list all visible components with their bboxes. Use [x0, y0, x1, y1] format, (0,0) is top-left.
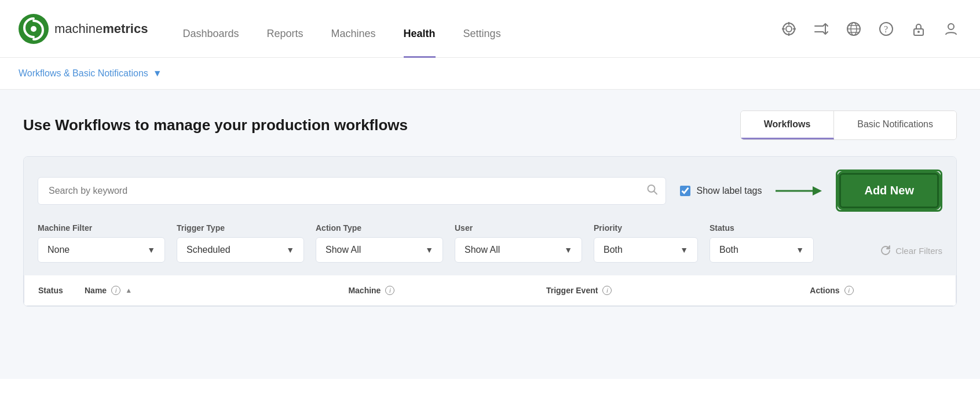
tab-basic-notifications[interactable]: Basic Notifications — [834, 111, 956, 139]
col-trigger: Trigger Event i — [546, 286, 810, 295]
tabs-container: Workflows Basic Notifications — [740, 110, 957, 140]
col-trigger-label: Trigger Event — [546, 286, 598, 295]
nav-item-settings[interactable]: Settings — [463, 28, 501, 58]
status-select[interactable]: Both ▼ — [710, 237, 814, 263]
search-input[interactable] — [38, 177, 666, 205]
status-label: Status — [710, 223, 814, 233]
svg-point-3 — [786, 26, 792, 32]
search-icon — [646, 183, 658, 198]
label-tags-checkbox[interactable] — [680, 186, 690, 196]
svg-point-17 — [948, 24, 954, 30]
show-label-tags[interactable]: Show label tags — [680, 186, 762, 196]
page-title: Use Workflows to manage your production … — [23, 116, 408, 134]
globe-icon[interactable] — [843, 19, 864, 39]
action-type-select[interactable]: Show All ▼ — [316, 237, 443, 263]
svg-line-19 — [654, 191, 657, 194]
content-header: Use Workflows to manage your production … — [23, 110, 957, 140]
search-row: Show label tags Add New — [38, 169, 942, 212]
filter-section: Show label tags Add New — [24, 157, 956, 275]
col-machine: Machine i — [348, 286, 546, 295]
clear-filters-label: Clear Filters — [895, 246, 942, 256]
svg-point-16 — [917, 31, 920, 33]
dropdowns-row: Machine Filter None ▼ Trigger Type Sched… — [38, 223, 942, 263]
priority-select[interactable]: Both ▼ — [594, 237, 698, 263]
top-navigation: machinemetrics Dashboards Reports Machin… — [0, 0, 980, 58]
table-header: Status Name i ▲ Machine i Trigger Event … — [24, 275, 956, 306]
status-group: Status Both ▼ — [710, 223, 814, 263]
priority-group: Priority Both ▼ — [594, 223, 698, 263]
status-chevron-icon: ▼ — [796, 245, 804, 255]
svg-marker-21 — [813, 186, 822, 196]
nav-item-dashboards[interactable]: Dashboards — [182, 28, 239, 58]
action-type-label: Action Type — [316, 223, 443, 233]
refresh-icon — [880, 245, 891, 256]
trigger-type-group: Trigger Type Scheduled ▼ — [177, 223, 304, 263]
col-actions: Actions i — [810, 286, 942, 295]
col-machine-label: Machine — [348, 286, 381, 295]
col-name-sort-icon[interactable]: ▲ — [125, 286, 132, 294]
user-label: User — [455, 223, 582, 233]
svg-point-1 — [31, 26, 36, 32]
priority-chevron-icon: ▼ — [680, 245, 688, 255]
logo-icon — [19, 14, 49, 44]
machine-filter-chevron-icon: ▼ — [147, 245, 155, 255]
target-icon[interactable] — [778, 19, 799, 39]
add-new-arrow-icon — [776, 183, 822, 199]
user-select[interactable]: Show All ▼ — [455, 237, 582, 263]
trigger-type-chevron-icon: ▼ — [286, 245, 294, 255]
machine-filter-value: None — [47, 245, 70, 255]
col-status: Status — [38, 286, 85, 295]
priority-label: Priority — [594, 223, 698, 233]
nav-item-machines[interactable]: Machines — [331, 28, 376, 58]
breadcrumb-bar: Workflows & Basic Notifications ▼ — [0, 58, 980, 90]
user-value: Show All — [465, 245, 500, 255]
breadcrumb-label: Workflows & Basic Notifications — [19, 68, 148, 79]
user-icon[interactable] — [941, 19, 961, 39]
nav-item-health[interactable]: Health — [404, 28, 436, 58]
action-type-value: Show All — [326, 245, 361, 255]
col-actions-label: Actions — [810, 286, 839, 295]
breadcrumb-chevron-icon: ▼ — [153, 68, 162, 79]
main-content: Use Workflows to manage your production … — [0, 90, 980, 379]
search-input-wrap — [38, 177, 666, 205]
clear-filters-button[interactable]: Clear Filters — [880, 245, 942, 263]
arrow-area: Add New — [776, 169, 942, 212]
col-actions-info-icon[interactable]: i — [844, 286, 854, 295]
add-new-button[interactable]: Add New — [839, 173, 939, 208]
label-tags-label: Show label tags — [696, 186, 762, 196]
action-type-group: Action Type Show All ▼ — [316, 223, 443, 263]
nav-item-reports[interactable]: Reports — [267, 28, 303, 58]
user-group: User Show All ▼ — [455, 223, 582, 263]
col-name-info-icon[interactable]: i — [111, 286, 120, 295]
machine-filter-label: Machine Filter — [38, 223, 165, 233]
machine-filter-group: Machine Filter None ▼ — [38, 223, 165, 263]
logo[interactable]: machinemetrics — [19, 14, 148, 44]
nav-links: Dashboards Reports Machines Health Setti… — [182, 0, 778, 57]
lock-icon[interactable] — [908, 19, 929, 39]
trigger-type-label: Trigger Type — [177, 223, 304, 233]
tab-workflows[interactable]: Workflows — [741, 111, 835, 139]
breadcrumb-link[interactable]: Workflows & Basic Notifications ▼ — [19, 68, 162, 79]
col-trigger-info-icon[interactable]: i — [602, 286, 612, 295]
trigger-type-select[interactable]: Scheduled ▼ — [177, 237, 304, 263]
col-machine-info-icon[interactable]: i — [385, 286, 394, 295]
action-type-chevron-icon: ▼ — [425, 245, 433, 255]
nav-icons: ? — [778, 19, 961, 39]
add-new-highlight: Add New — [836, 169, 942, 212]
col-name-label: Name — [85, 286, 107, 295]
status-value: Both — [719, 245, 738, 255]
svg-text:?: ? — [884, 24, 888, 34]
trigger-type-value: Scheduled — [187, 245, 231, 255]
machine-filter-select[interactable]: None ▼ — [38, 237, 165, 263]
logo-text: machinemetrics — [54, 21, 148, 36]
shuffle-icon[interactable] — [811, 19, 832, 39]
col-name: Name i ▲ — [85, 286, 348, 295]
user-chevron-icon: ▼ — [564, 245, 572, 255]
help-icon[interactable]: ? — [876, 19, 897, 39]
col-status-label: Status — [38, 286, 63, 295]
priority-value: Both — [604, 245, 623, 255]
filter-table-wrap: Show label tags Add New — [23, 156, 957, 307]
